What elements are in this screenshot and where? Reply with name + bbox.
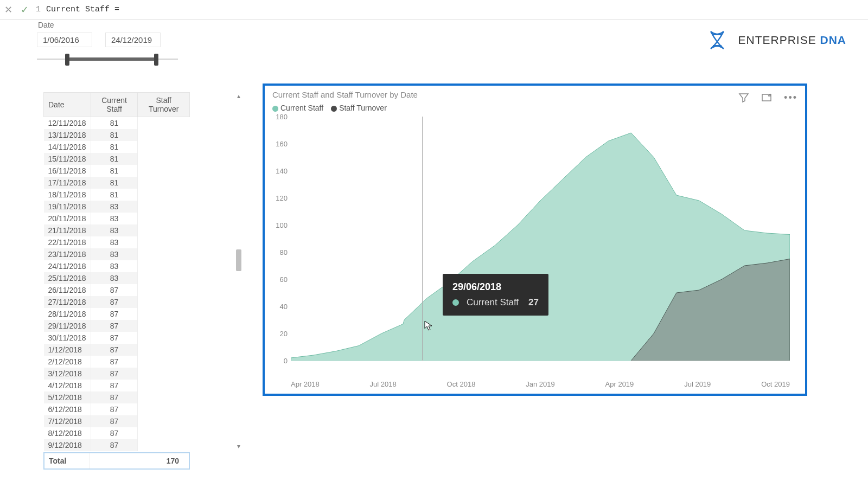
slicer-slider[interactable] bbox=[37, 54, 178, 65]
table-scrollbar[interactable]: ▴ ▾ bbox=[234, 92, 243, 466]
x-tick: Apr 2019 bbox=[605, 380, 634, 388]
dna-icon bbox=[706, 29, 728, 51]
table-row[interactable]: 8/12/201887 bbox=[44, 427, 190, 439]
filter-icon[interactable] bbox=[738, 92, 749, 106]
slider-handle-end[interactable] bbox=[154, 54, 158, 66]
date-slicer: 1/06/2016 24/12/2019 bbox=[37, 33, 178, 65]
col-staff-turnover[interactable]: Staff Turnover bbox=[138, 93, 190, 117]
x-tick: Jul 2019 bbox=[684, 380, 711, 388]
table-row[interactable]: 21/11/201883 bbox=[44, 224, 190, 236]
col-current-staff[interactable]: Current Staff bbox=[91, 93, 138, 117]
table-row[interactable]: 20/11/201883 bbox=[44, 213, 190, 224]
tooltip-dot bbox=[452, 299, 459, 306]
y-tick: 160 bbox=[269, 140, 288, 148]
chart-plot-area[interactable]: 180160140120100806040200 29/06/2018 Curr… bbox=[291, 117, 790, 361]
table-row[interactable]: 24/11/201883 bbox=[44, 260, 190, 272]
total-label: Total bbox=[44, 453, 90, 469]
table-row[interactable]: 27/11/201887 bbox=[44, 296, 190, 308]
tooltip-date: 29/06/2018 bbox=[452, 281, 539, 293]
total-value: 170 bbox=[90, 453, 189, 469]
x-tick: Jan 2019 bbox=[526, 380, 555, 388]
table-row[interactable]: 14/11/201881 bbox=[44, 141, 190, 153]
formula-commit-button[interactable]: ✓ bbox=[16, 2, 33, 18]
table-row[interactable]: 18/11/201881 bbox=[44, 189, 190, 201]
logo-text-b: DNA bbox=[820, 34, 847, 46]
slicer-end-date[interactable]: 24/12/2019 bbox=[105, 33, 161, 47]
x-tick: Oct 2018 bbox=[447, 380, 476, 388]
scroll-thumb[interactable] bbox=[236, 249, 241, 271]
chart-x-axis: Apr 2018Jul 2018Oct 2018Jan 2019Apr 2019… bbox=[291, 380, 790, 388]
y-tick: 80 bbox=[269, 248, 288, 256]
total-row: Total 170 bbox=[44, 453, 189, 469]
chart-legend: Current Staff Staff Turnover bbox=[265, 104, 805, 114]
table-row[interactable]: 3/12/201887 bbox=[44, 368, 190, 380]
slicer-start-date[interactable]: 1/06/2016 bbox=[37, 33, 92, 47]
col-date[interactable]: Date bbox=[44, 93, 91, 117]
staff-table: Date Current Staff Staff Turnover 12/11/… bbox=[43, 92, 243, 466]
table-row[interactable]: 19/11/201883 bbox=[44, 201, 190, 213]
table-row[interactable]: 1/12/201887 bbox=[44, 344, 190, 356]
svg-rect-2 bbox=[762, 94, 771, 101]
mouse-cursor-icon bbox=[424, 320, 433, 331]
more-options-icon[interactable]: ••• bbox=[784, 92, 797, 106]
table-row[interactable]: 16/11/201881 bbox=[44, 165, 190, 177]
table-row[interactable]: 9/12/201887 bbox=[44, 439, 190, 451]
table-row[interactable]: 29/11/201887 bbox=[44, 320, 190, 332]
table-row[interactable]: 30/11/201887 bbox=[44, 332, 190, 344]
enterprise-dna-logo: ENTERPRISE DNA bbox=[706, 29, 846, 51]
y-tick: 120 bbox=[269, 194, 288, 202]
chart-hover-line bbox=[422, 117, 423, 361]
table-row[interactable]: 17/11/201881 bbox=[44, 177, 190, 189]
table-row[interactable]: 28/11/201887 bbox=[44, 308, 190, 320]
tooltip-label: Current Staff bbox=[467, 297, 519, 308]
table-row[interactable]: 23/11/201883 bbox=[44, 248, 190, 260]
formula-code[interactable]: Current Staff = bbox=[46, 5, 119, 14]
table-row[interactable]: 13/11/201881 bbox=[44, 129, 190, 141]
table-row[interactable]: 6/12/201887 bbox=[44, 403, 190, 415]
focus-mode-icon[interactable] bbox=[761, 92, 772, 106]
chart-title: Current Staff and Staff Turnover by Date bbox=[265, 86, 805, 104]
logo-text-a: ENTERPRISE bbox=[738, 34, 820, 46]
y-tick: 140 bbox=[269, 167, 288, 175]
table-row[interactable]: 26/11/201887 bbox=[44, 284, 190, 296]
y-tick: 180 bbox=[269, 113, 288, 121]
y-tick: 60 bbox=[269, 275, 288, 284]
chart-tooltip: 29/06/2018 Current Staff 27 bbox=[443, 274, 548, 316]
tooltip-value: 27 bbox=[528, 297, 539, 308]
y-tick: 0 bbox=[269, 357, 288, 365]
slider-handle-start[interactable] bbox=[65, 54, 69, 66]
slicer-title: Date bbox=[38, 21, 54, 29]
y-tick: 100 bbox=[269, 221, 288, 229]
table-row[interactable]: 15/11/201881 bbox=[44, 153, 190, 165]
formula-line-number: 1 bbox=[33, 5, 46, 14]
formula-cancel-button[interactable]: ✕ bbox=[0, 2, 16, 18]
table-row[interactable]: 22/11/201883 bbox=[44, 236, 190, 248]
scroll-up-icon[interactable]: ▴ bbox=[234, 92, 243, 101]
legend-dot-current bbox=[272, 106, 278, 112]
x-tick: Oct 2019 bbox=[761, 380, 790, 388]
table-row[interactable]: 2/12/201887 bbox=[44, 356, 190, 368]
table-row[interactable]: 25/11/201883 bbox=[44, 272, 190, 284]
table-row[interactable]: 5/12/201887 bbox=[44, 391, 190, 403]
y-tick: 20 bbox=[269, 330, 288, 338]
scroll-down-icon[interactable]: ▾ bbox=[234, 442, 243, 451]
table-row[interactable]: 7/12/201887 bbox=[44, 415, 190, 427]
y-tick: 40 bbox=[269, 303, 288, 311]
x-tick: Jul 2018 bbox=[370, 380, 397, 388]
legend-label-turnover: Staff Turnover bbox=[339, 104, 387, 112]
table-row[interactable]: 4/12/201887 bbox=[44, 380, 190, 391]
chart-visual[interactable]: Current Staff and Staff Turnover by Date… bbox=[263, 84, 807, 396]
formula-bar: ✕ ✓ 1 Current Staff = bbox=[0, 0, 868, 20]
legend-dot-turnover bbox=[331, 106, 337, 112]
table-row[interactable]: 12/11/201881 bbox=[44, 117, 190, 129]
legend-label-current: Current Staff bbox=[280, 104, 323, 112]
x-tick: Apr 2018 bbox=[291, 380, 320, 388]
